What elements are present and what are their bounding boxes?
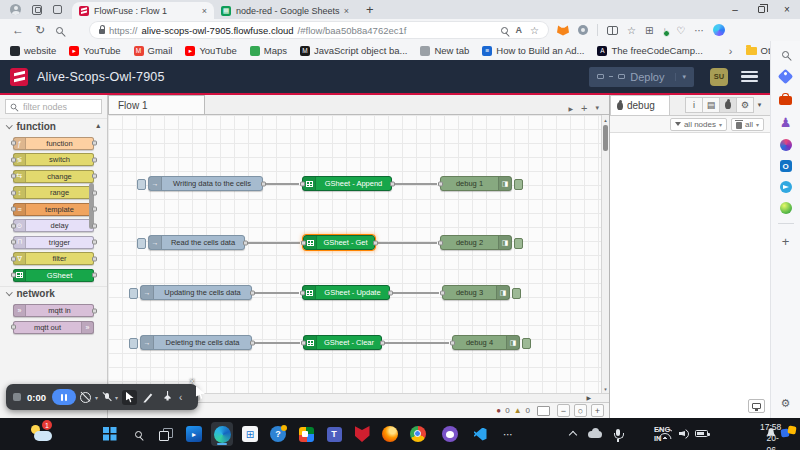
window-minimize-button[interactable]: –	[722, 0, 748, 19]
bookmark-item[interactable]: website	[10, 45, 56, 56]
more-toolbar-icon[interactable]: ⋯	[694, 25, 704, 36]
inject-button[interactable]	[137, 238, 146, 249]
copilot-icon[interactable]	[713, 24, 725, 36]
sidebar-search-icon[interactable]	[778, 46, 794, 62]
palette-node-mqtt-out[interactable]: mqtt out»	[13, 321, 94, 334]
taskbar-mcafee[interactable]	[351, 422, 373, 446]
read-aloud-icon[interactable]: A	[516, 25, 523, 35]
deploy-button[interactable]: Deploy ▾	[589, 67, 694, 87]
palette-search[interactable]	[5, 99, 102, 114]
favorite-star-icon[interactable]: ☆	[530, 25, 539, 36]
recorder-close-icon[interactable]: ×	[189, 376, 195, 387]
bookmark-item[interactable]: ≡How to Build an Ad...	[482, 45, 584, 56]
taskbar-firefox[interactable]	[379, 422, 401, 446]
downloads-icon[interactable]: ↓	[662, 25, 667, 36]
collapse-icon[interactable]: ‹	[179, 392, 182, 403]
debug-toggle-button[interactable]	[512, 288, 521, 299]
flow-canvas[interactable]: →Writing data to the cellsGSheet - Appen…	[108, 115, 601, 393]
zoom-reset-button[interactable]: ○	[574, 404, 587, 417]
sidebar-info-button[interactable]: i	[685, 97, 703, 113]
refresh-icon[interactable]: ↻	[35, 23, 45, 37]
games-icon[interactable]: ♟	[778, 114, 794, 130]
palette-category-network[interactable]: network	[0, 286, 107, 301]
debug-toggle-button[interactable]	[514, 179, 523, 190]
taskbar-search[interactable]	[127, 422, 149, 446]
palette-search-input[interactable]	[21, 101, 95, 113]
taskbar-store[interactable]: ⊞	[239, 422, 261, 446]
mic-icon[interactable]	[616, 429, 620, 436]
scroll-down-icon[interactable]: ▾	[602, 384, 609, 393]
shopping-icon[interactable]	[778, 69, 794, 85]
taskbar-chrome[interactable]	[407, 422, 429, 446]
bookmark-item[interactable]: ▸YouTube	[69, 45, 120, 56]
taskbar-meet[interactable]	[295, 422, 317, 446]
collections-icon[interactable]: ⊞	[645, 25, 653, 36]
sidebar-book-button[interactable]: ▤	[702, 97, 720, 113]
favorites-icon[interactable]: ☆	[627, 25, 636, 36]
bookmark-item[interactable]: ▸YouTube	[185, 45, 236, 56]
new-tab-button[interactable]: +	[366, 2, 374, 17]
debug-node[interactable]: debug 1◨	[440, 176, 512, 191]
user-avatar[interactable]: SU	[710, 68, 728, 86]
volume-icon[interactable]	[679, 429, 690, 438]
palette-node-template[interactable]: ≡template	[13, 203, 94, 216]
inject-button[interactable]	[129, 288, 138, 299]
bookmark-item[interactable]: MJavaScript object ba...	[300, 45, 407, 56]
gsheet-node[interactable]: GSheet - Get	[303, 235, 375, 250]
battery-icon[interactable]	[695, 430, 708, 437]
debug-toggle-button[interactable]	[522, 338, 531, 349]
list-flows-icon[interactable]: ▾	[595, 104, 599, 112]
debug-clear-button[interactable]: all ▾	[731, 118, 764, 131]
mic-caret-icon[interactable]: ▾	[115, 394, 118, 401]
taskbar-github[interactable]	[439, 422, 461, 446]
split-screen-icon[interactable]	[607, 26, 618, 35]
onedrive-icon[interactable]	[588, 431, 602, 438]
window-restore-button[interactable]	[748, 0, 774, 19]
taskbar-edge[interactable]	[211, 422, 233, 446]
widgets-icon[interactable]	[781, 426, 796, 441]
mic-off-icon[interactable]	[102, 392, 111, 403]
browser-essentials-icon[interactable]: ♡	[676, 25, 685, 36]
palette-scroll-up-icon[interactable]: ▴	[96, 122, 100, 130]
wifi-icon[interactable]	[658, 429, 672, 439]
metamask-icon[interactable]	[557, 25, 569, 36]
inject-node[interactable]: →Writing data to the cells	[148, 176, 263, 191]
camera-off-icon[interactable]	[80, 392, 91, 403]
tab-close-icon[interactable]: ×	[202, 6, 207, 16]
vscroll-thumb[interactable]	[603, 125, 608, 151]
canvas-vscrollbar[interactable]: ▴ ▾	[601, 115, 609, 393]
sidebar-bug-button[interactable]	[719, 97, 737, 113]
telegram-icon[interactable]	[780, 181, 792, 193]
camera-caret-icon[interactable]: ▾	[95, 394, 98, 401]
palette-node-change[interactable]: ⇆change	[13, 170, 94, 183]
tab-close-icon[interactable]: ×	[344, 6, 349, 16]
weather-icon[interactable]: 1	[30, 423, 56, 445]
zoom-search-icon[interactable]	[501, 24, 508, 36]
tools-icon[interactable]	[779, 96, 792, 105]
taskbar-movies[interactable]: ▸	[183, 422, 205, 446]
inject-node[interactable]: →Read the cells data	[148, 235, 245, 250]
flow-tab[interactable]: Flow 1	[108, 95, 205, 114]
back-icon[interactable]: ←	[12, 23, 24, 37]
bookmark-item[interactable]: MGmail	[134, 45, 173, 56]
profile-icon[interactable]	[10, 4, 21, 15]
bookmark-item[interactable]: AThe freeCodeCamp...	[597, 45, 702, 56]
palette-node-filter[interactable]: ∇filter	[13, 252, 94, 265]
debug-toggle-button[interactable]	[514, 238, 523, 249]
taskbar-teams[interactable]: T	[323, 422, 345, 446]
palette-category-function[interactable]: function▴	[0, 118, 107, 133]
palette-node-range[interactable]: ↕range	[13, 186, 94, 199]
debug-node[interactable]: debug 2◨	[440, 235, 512, 250]
debug-filter-button[interactable]: all nodes ▾	[670, 118, 727, 131]
palette-node-delay[interactable]: ⊙delay	[13, 219, 94, 232]
main-menu-icon[interactable]	[741, 68, 758, 85]
pause-button[interactable]	[52, 389, 76, 405]
navigator-icon[interactable]	[537, 406, 550, 416]
gsheet-node[interactable]: GSheet - Clear	[303, 335, 382, 350]
inject-node[interactable]: →Updating the cells data	[140, 285, 252, 300]
outlook-icon[interactable]: O	[780, 160, 792, 172]
address-bar[interactable]: https://alive-scops-owl-7905.flowfuse.cl…	[90, 22, 548, 38]
taskbar-vscode[interactable]	[469, 422, 491, 446]
scroll-right-icon[interactable]: ▶	[586, 394, 591, 401]
zoom-in-button[interactable]: +	[591, 404, 604, 417]
